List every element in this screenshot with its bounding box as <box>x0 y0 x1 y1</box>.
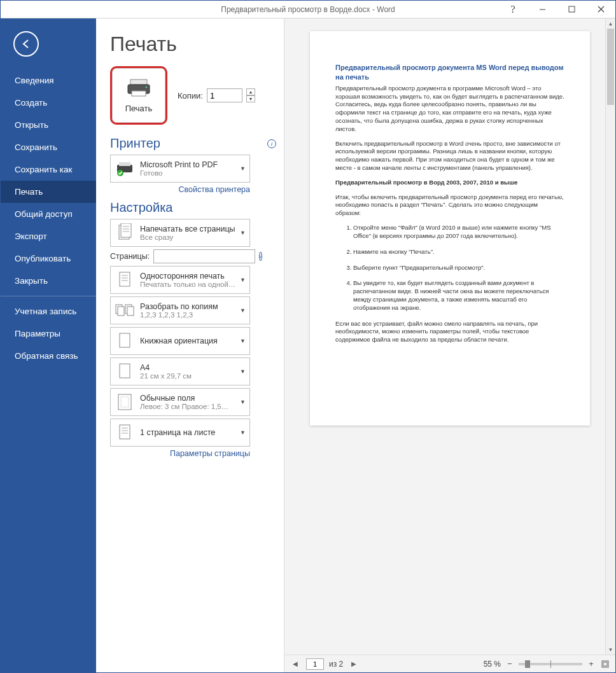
chevron-down-icon: ▼ <box>240 399 246 405</box>
printer-properties-link[interactable]: Свойства принтера <box>110 185 250 194</box>
sidebar-item-new[interactable]: Создать <box>1 92 96 114</box>
print-range-line1: Напечатать все страницы <box>140 225 246 233</box>
sidebar-separator <box>1 296 96 296</box>
fit-page-icon <box>601 660 610 669</box>
margins-line1: Обычные поля <box>140 394 246 403</box>
doc-title: Предварительный просмотр документа MS Wo… <box>335 63 564 82</box>
sidebar-item-open[interactable]: Открыть <box>1 114 96 136</box>
doc-step-4: Вы увидите то, как будет выглядеть созда… <box>353 279 564 312</box>
zoom-slider[interactable] <box>519 663 582 665</box>
close-button[interactable] <box>586 1 615 18</box>
print-range-dropdown[interactable]: Напечатать все страницы Все сразу ▼ <box>110 219 250 247</box>
doc-p2: Включить предварительный просмотр в Word… <box>335 140 564 172</box>
sidebar-item-publish[interactable]: Опубликовать <box>1 247 96 270</box>
info-icon[interactable]: i <box>267 139 276 148</box>
collate-icon <box>115 300 135 321</box>
print-settings-panel: Печать Печать Копии: <box>96 18 284 672</box>
sidebar-item-close[interactable]: Закрыть <box>1 270 96 292</box>
minimize-icon <box>539 6 546 13</box>
chevron-down-icon: ▼ <box>240 165 246 172</box>
paper-dropdown[interactable]: A4 21 см x 29,7 см ▼ <box>110 357 250 385</box>
fit-page-button[interactable] <box>600 659 610 669</box>
orientation-dropdown[interactable]: Книжная ориентация ▼ <box>110 327 250 355</box>
zoom-thumb[interactable] <box>525 660 530 668</box>
titlebar: Предварительный просмотр в Ворде.docx - … <box>1 1 615 18</box>
doc-step-3: Выберите пункт "Предварительный просмотр… <box>353 264 564 272</box>
sidebar-item-options[interactable]: Параметры <box>1 323 96 345</box>
zoom-tick <box>550 660 551 668</box>
paper-icon <box>115 361 135 382</box>
doc-p1: Предварительный просмотр документа в про… <box>335 85 564 134</box>
chevron-down-icon: ▼ <box>240 338 246 344</box>
scroll-down-button[interactable]: ▼ <box>606 644 615 655</box>
print-preview-panel: Предварительный просмотр документа MS Wo… <box>284 18 615 672</box>
help-button[interactable]: ? <box>498 1 528 18</box>
doc-p3: Итак, чтобы включить предварительный про… <box>335 193 564 218</box>
duplex-line1: Односторонняя печать <box>140 272 246 281</box>
printer-name: Microsoft Print to PDF <box>140 160 246 169</box>
duplex-dropdown[interactable]: Односторонняя печать Печатать только на … <box>110 266 250 294</box>
duplex-line2: Печатать только на одной… <box>140 281 246 288</box>
maximize-icon <box>568 6 575 13</box>
printer-icon <box>127 78 151 97</box>
per-sheet-line1: 1 страница на листе <box>140 428 246 437</box>
sidebar-item-account[interactable]: Учетная запись <box>1 300 96 323</box>
print-range-line2: Все сразу <box>140 233 246 241</box>
margins-dropdown[interactable]: Обычные поля Левое: 3 см Правое: 1,5… ▼ <box>110 388 250 416</box>
page-title: Печать <box>110 32 276 56</box>
svg-point-7 <box>146 86 148 88</box>
print-button[interactable]: Печать <box>110 66 167 125</box>
doc-step-2: Нажмите на кнопку "Печать". <box>353 248 564 256</box>
portrait-icon <box>115 331 135 351</box>
svg-rect-28 <box>120 425 130 439</box>
minimize-button[interactable] <box>528 1 557 18</box>
copies-spin-down[interactable]: ▼ <box>246 95 255 102</box>
maximize-button[interactable] <box>557 1 586 18</box>
copies-label: Копии: <box>178 91 203 101</box>
page-setup-link[interactable]: Параметры страницы <box>110 449 250 458</box>
scroll-up-button[interactable]: ▲ <box>606 18 615 29</box>
zoom-out-button[interactable]: − <box>505 659 515 669</box>
chevron-down-icon: ▼ <box>240 307 246 314</box>
chevron-down-icon: ▼ <box>240 429 246 436</box>
arrow-left-icon <box>20 38 32 50</box>
preview-status-bar: ◀ из 2 ▶ 55 % − + <box>284 655 615 672</box>
sidebar-item-saveas[interactable]: Сохранить как <box>1 158 96 181</box>
printer-heading: Принтер <box>110 136 160 151</box>
svg-rect-6 <box>132 91 146 96</box>
next-page-button[interactable]: ▶ <box>348 658 360 670</box>
preview-page: Предварительный просмотр документа MS Wo… <box>310 31 590 426</box>
per-sheet-dropdown[interactable]: 1 страница на листе ▼ <box>110 419 250 447</box>
scroll-thumb[interactable] <box>607 29 614 105</box>
back-button[interactable] <box>13 31 39 57</box>
printer-dropdown[interactable]: Microsoft Print to PDF Готово ▼ <box>110 155 250 183</box>
zoom-in-button[interactable]: + <box>586 659 596 669</box>
sidebar-item-feedback[interactable]: Обратная связь <box>1 345 96 367</box>
copies-input[interactable] <box>207 88 242 102</box>
per-sheet-icon <box>115 422 135 443</box>
sidebar-item-save[interactable]: Сохранить <box>1 136 96 158</box>
printer-status-icon <box>115 158 135 179</box>
preview-area[interactable]: Предварительный просмотр документа MS Wo… <box>284 18 615 655</box>
vertical-scrollbar[interactable]: ▲ ▼ <box>605 18 615 655</box>
svg-point-10 <box>117 170 123 176</box>
chevron-down-icon: ▼ <box>240 277 246 283</box>
margins-icon <box>115 392 135 412</box>
paper-line2: 21 см x 29,7 см <box>140 372 246 380</box>
sidebar-item-print[interactable]: Печать <box>1 181 96 203</box>
settings-heading: Настройка <box>110 200 172 215</box>
page-number-input[interactable] <box>306 658 324 670</box>
copies-spin-up[interactable]: ▲ <box>246 88 255 95</box>
svg-rect-4 <box>130 80 147 85</box>
prev-page-button[interactable]: ◀ <box>290 658 301 670</box>
sidebar-item-info[interactable]: Сведения <box>1 69 96 92</box>
pages-input[interactable] <box>153 249 255 263</box>
svg-rect-23 <box>127 307 134 316</box>
info-icon[interactable]: i <box>259 252 262 261</box>
collate-dropdown[interactable]: Разобрать по копиям 1,2,3 1,2,3 1,2,3 ▼ <box>110 296 250 324</box>
svg-rect-33 <box>603 662 607 666</box>
collate-line1: Разобрать по копиям <box>140 302 246 311</box>
sidebar-item-export[interactable]: Экспорт <box>1 225 96 247</box>
sidebar-item-share[interactable]: Общий доступ <box>1 203 96 225</box>
zoom-level-label: 55 % <box>484 660 501 669</box>
